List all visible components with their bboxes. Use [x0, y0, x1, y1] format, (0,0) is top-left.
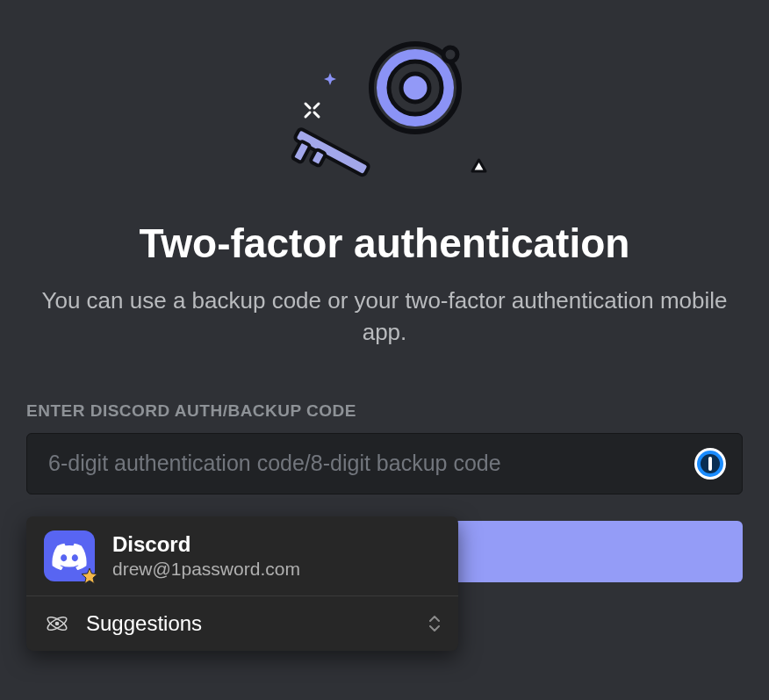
svg-point-12 [401, 74, 429, 102]
autofill-item-subtitle: drew@1password.com [112, 559, 300, 580]
favorite-star-icon [81, 567, 98, 585]
suggestions-label: Suggestions [86, 611, 202, 636]
onepassword-icon[interactable] [694, 447, 727, 480]
svg-line-3 [305, 112, 310, 117]
input-label: ENTER DISCORD AUTH/BACKUP CODE [26, 401, 743, 421]
autofill-suggestion-item[interactable]: Discord drew@1password.com [26, 516, 458, 596]
discord-icon [44, 530, 95, 581]
svg-line-1 [305, 104, 310, 108]
svg-point-13 [443, 47, 457, 61]
auth-code-input[interactable] [26, 433, 743, 494]
svg-rect-17 [708, 457, 712, 471]
svg-line-2 [314, 104, 319, 108]
svg-point-21 [55, 622, 60, 626]
key-svg [270, 35, 499, 193]
svg-marker-0 [324, 73, 336, 85]
page-title: Two-factor authentication [26, 220, 743, 267]
key-illustration [26, 35, 743, 193]
autofill-item-title: Discord [112, 532, 300, 557]
svg-rect-7 [292, 141, 311, 162]
svg-marker-5 [472, 160, 485, 171]
atom-icon [44, 610, 70, 637]
code-input-wrapper [26, 433, 743, 494]
chevron-updown-icon [428, 616, 441, 631]
page-subtitle: You can use a backup code or your two-fa… [26, 285, 743, 349]
svg-line-4 [314, 112, 319, 117]
autofill-popup: Discord drew@1password.com Suggestions [26, 516, 458, 651]
suggestions-toggle[interactable]: Suggestions [26, 596, 458, 651]
svg-rect-8 [310, 149, 326, 167]
svg-marker-18 [82, 568, 97, 584]
